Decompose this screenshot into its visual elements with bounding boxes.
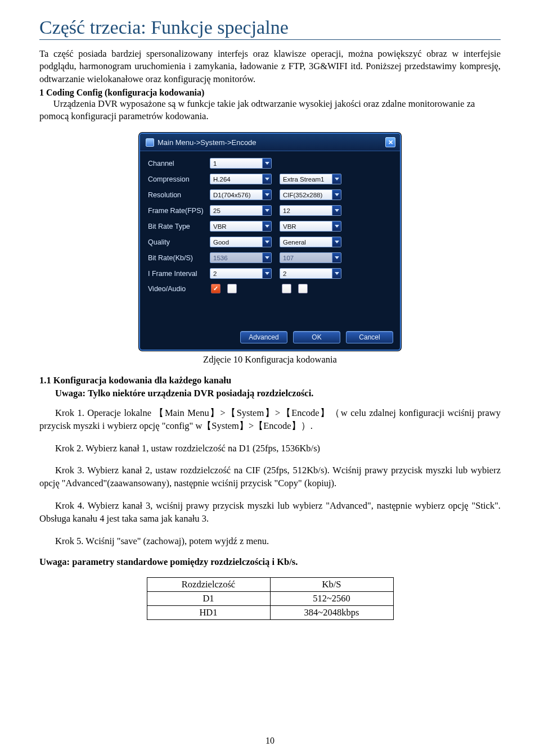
step-3: Krok 3. Wybierz kanał 2, ustaw rozdzielc… [39,464,501,490]
chevron-down-icon [262,253,271,262]
label-resolution: Resolution [148,191,208,199]
chevron-down-icon [332,269,341,278]
select-extra-stream[interactable]: Extra Stream1 [280,174,341,184]
figure-caption: Zdjęcie 10 Konfiguracja kodowania [39,354,501,365]
subsection-1-1-heading: 1.1 Konfiguracja kodowania dla każdego k… [39,375,231,386]
cell-hd1: HD1 [147,605,270,619]
chevron-down-icon [262,190,271,200]
select-quality-main[interactable]: Good [210,237,272,247]
step-2: Krok 2. Wybierz kanał 1, ustaw rozdzielc… [39,442,501,455]
select-brtype-sub[interactable]: VBR [280,221,341,232]
step-5: Krok 5. Wciśnij "save" (zachowaj), potem… [39,535,501,547]
checkbox-audio-sub[interactable] [298,284,308,293]
note-params: Uwaga: parametry standardowe pomiędzy ro… [39,556,501,568]
chevron-down-icon [332,190,341,200]
section-1-heading: 1 Coding Config (konfiguracja kodowania) [39,88,204,97]
table-row: D1 512~2560 [147,591,393,605]
select-resolution-sub[interactable]: CIF(352x288) [280,189,341,200]
label-compression: Compression [148,175,208,183]
intro-para: Ta część posiada bardziej spersonalizowa… [39,48,501,85]
checkbox-audio-main[interactable] [227,284,237,293]
select-brtype-main[interactable]: VBR [210,221,272,232]
cell-d1-kbs: 512~2560 [270,591,393,605]
label-bitrate: Bit Rate(Kb/S) [148,254,208,262]
chevron-down-icon [262,206,271,215]
note-devices: Uwaga: Tylko niektóre urządzenia DVR pos… [39,388,313,399]
chevron-down-icon [332,206,341,215]
label-video-audio: Video/Audio [148,285,208,293]
label-brtype: Bit Rate Type [148,223,208,230]
label-quality: Quality [148,238,208,246]
chevron-down-icon [262,221,271,231]
chevron-down-icon [332,253,341,262]
select-quality-sub[interactable]: General [280,237,341,247]
close-icon[interactable]: ✕ [385,137,395,147]
checkbox-video-sub[interactable] [282,284,291,293]
step-1: Krok 1. Operacje lokalne 【Main Menu】>【Sy… [39,406,501,432]
step-4: Krok 4. Wybierz kanał 3, wciśnij prawy p… [39,499,501,525]
chevron-down-icon [332,237,341,247]
select-iframe-main[interactable]: 2 [210,268,272,279]
resolution-table: Rozdzielczość Kb/S D1 512~2560 HD1 384~2… [147,577,394,620]
cell-hd1-kbs: 384~2048kbps [270,605,393,619]
table-row: HD1 384~2048kbps [147,605,393,619]
table-row: Rozdzielczość Kb/S [147,577,393,591]
select-resolution-main[interactable]: D1(704x576) [210,189,272,200]
select-fps-main[interactable]: 25 [210,205,272,216]
chevron-down-icon [262,269,271,278]
dialog-title-text: Main Menu->System->Encode [158,138,256,147]
page-number: 10 [0,736,540,746]
label-channel: Channel [148,160,208,168]
label-iframe: I Frame Interval [148,270,208,278]
select-iframe-sub[interactable]: 2 [280,268,341,279]
window-icon [146,138,154,147]
chevron-down-icon [262,174,271,184]
chevron-down-icon [332,221,341,231]
page-title: Część trzecia: Funkcje specjalne [39,17,501,40]
label-fps: Frame Rate(FPS) [148,207,208,215]
ok-button[interactable]: OK [293,331,340,343]
cancel-button[interactable]: Cancel [346,331,393,343]
cell-d1: D1 [147,591,270,605]
select-compression[interactable]: H.264 [210,174,272,184]
select-bitrate-sub[interactable]: 107 [280,252,341,263]
select-channel[interactable]: 1 [210,158,272,169]
advanced-button[interactable]: Advanced [240,331,287,343]
dialog-titlebar: Main Menu->System->Encode ✕ [140,134,400,151]
table-header-kbs: Kb/S [270,577,393,591]
encode-dialog: Main Menu->System->Encode ✕ Channel 1 Co… [139,133,401,351]
checkbox-video-main[interactable] [211,284,220,293]
table-header-res: Rozdzielczość [147,577,270,591]
select-bitrate-main[interactable]: 1536 [210,252,272,263]
select-fps-sub[interactable]: 12 [280,205,341,216]
chevron-down-icon [262,237,271,247]
chevron-down-icon [332,174,341,184]
section-1-body: Urządzenia DVR wyposażone są w funkcje t… [39,98,475,121]
chevron-down-icon [262,159,271,168]
